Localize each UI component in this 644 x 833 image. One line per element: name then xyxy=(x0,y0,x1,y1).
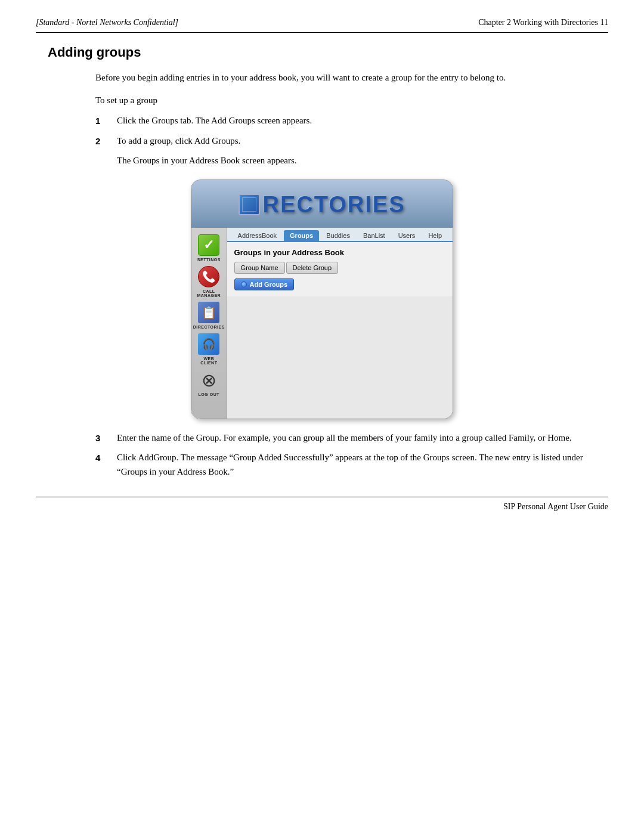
table-header-row: Group Name Delete Group xyxy=(234,262,445,274)
logout-icon xyxy=(198,369,219,391)
app-main-area: SETTINGS CALLMANAGER xyxy=(191,228,453,419)
step-4-text: Click AddGroup. The message “Group Added… xyxy=(117,451,608,479)
step-number-4: 4 xyxy=(95,451,113,465)
sidebar-item-logout[interactable]: LOG OUT xyxy=(197,368,220,397)
app-screenshot-container: RECTORIES SETTINGS xyxy=(191,179,453,419)
step-number-3: 3 xyxy=(95,431,113,445)
step-number-2: 2 xyxy=(95,134,113,148)
numbered-list: 1 Click the Groups tab. The Add Groups s… xyxy=(95,114,608,479)
header-chapter: Chapter 2 Working with Directories 11 xyxy=(478,18,608,27)
app-nav-tabs: AddressBook Groups Buddies BanList Users… xyxy=(227,228,453,242)
web-client-icon xyxy=(198,333,219,355)
tab-groups[interactable]: Groups xyxy=(284,230,319,241)
call-manager-icon-wrapper xyxy=(197,265,220,288)
app-banner-title: RECTORIES xyxy=(239,192,405,218)
app-screenshot: RECTORIES SETTINGS xyxy=(191,179,453,419)
sidebar-label-logout: LOG OUT xyxy=(199,392,219,397)
col-delete-group[interactable]: Delete Group xyxy=(286,262,338,274)
sidebar-item-call-manager[interactable]: CALLMANAGER xyxy=(197,265,221,298)
add-groups-dot-icon xyxy=(241,281,247,287)
list-item-4: 4 Click AddGroup. The message “Group Add… xyxy=(95,451,608,479)
step-1-rest: tab. The Add Groups screen appears. xyxy=(178,116,312,125)
directories-icon xyxy=(198,302,219,323)
footer: SIP Personal Agent User Guide xyxy=(0,497,644,512)
web-client-icon-wrapper xyxy=(197,333,220,355)
sidebar-item-directories[interactable]: DIRECTORIES xyxy=(193,301,225,329)
sidebar-label-directories: DIRECTORIES xyxy=(193,325,225,329)
list-item-2: 2 To add a group, click Add Groups. xyxy=(95,134,608,148)
header-confidential: [Standard - Nortel Networks Confidential… xyxy=(36,18,178,27)
sidebar-item-web-client[interactable]: WEBCLIENT xyxy=(197,333,220,365)
settings-icon xyxy=(198,234,219,256)
list-item-1: 1 Click the Groups tab. The Add Groups s… xyxy=(95,114,608,128)
banner-text: RECTORIES xyxy=(262,192,405,218)
app-banner: RECTORIES xyxy=(191,180,453,228)
add-groups-label: Add Groups xyxy=(250,281,288,288)
step-4-rest: . The message “Group Added Successfully”… xyxy=(117,453,583,476)
sidebar-label-settings: SETTINGS xyxy=(197,258,221,262)
col-group-name[interactable]: Group Name xyxy=(234,262,285,274)
sidebar-label-web-client: WEBCLIENT xyxy=(200,357,217,365)
tab-help[interactable]: Help xyxy=(422,230,448,241)
add-groups-button[interactable]: Add Groups xyxy=(234,278,295,290)
app-sidebar: SETTINGS CALLMANAGER xyxy=(191,228,227,419)
page: [Standard - Nortel Networks Confidential… xyxy=(0,0,644,833)
tab-buddies[interactable]: Buddies xyxy=(320,230,356,241)
logout-icon-wrapper xyxy=(197,368,220,391)
footer-text: SIP Personal Agent User Guide xyxy=(503,502,608,512)
directories-icon-wrapper xyxy=(197,301,220,324)
step-1-text: Click the Groups tab. The Add Groups scr… xyxy=(117,114,608,128)
section-title: Adding groups xyxy=(0,33,644,60)
step-3-text: Enter the name of the Group. For example… xyxy=(117,431,608,445)
step-4-bold: AddGroup xyxy=(138,453,176,462)
page-header: [Standard - Nortel Networks Confidential… xyxy=(0,0,644,27)
app-content-area: AddressBook Groups Buddies BanList Users… xyxy=(227,228,453,419)
setup-label: To set up a group xyxy=(95,95,608,106)
list-item-3: 3 Enter the name of the Group. For examp… xyxy=(95,431,608,445)
call-manager-icon xyxy=(198,266,219,287)
sidebar-item-settings[interactable]: SETTINGS xyxy=(197,234,221,262)
tab-banlist[interactable]: BanList xyxy=(357,230,391,241)
app-body: Groups in your Address Book Group Name D… xyxy=(227,242,453,296)
sub-paragraph: The Groups in your Address Book screen a… xyxy=(95,154,608,168)
intro-paragraph: Before you begin adding entries in to yo… xyxy=(95,71,608,85)
step-1-bold: Groups xyxy=(151,116,178,125)
step-2-bold: Add Groups xyxy=(194,136,239,145)
intro-text: Before you begin adding entries in to yo… xyxy=(95,73,506,82)
sidebar-label-call-manager: CALLMANAGER xyxy=(197,289,221,298)
settings-icon-wrapper xyxy=(197,234,220,256)
banner-icon xyxy=(239,194,260,215)
tab-users[interactable]: Users xyxy=(392,230,422,241)
step-number-1: 1 xyxy=(95,114,113,128)
groups-section-title: Groups in your Address Book xyxy=(234,248,445,257)
step-2-text: To add a group, click Add Groups. xyxy=(117,134,608,148)
tab-addressbook[interactable]: AddressBook xyxy=(232,230,283,241)
body-content: Before you begin adding entries in to yo… xyxy=(0,71,644,479)
